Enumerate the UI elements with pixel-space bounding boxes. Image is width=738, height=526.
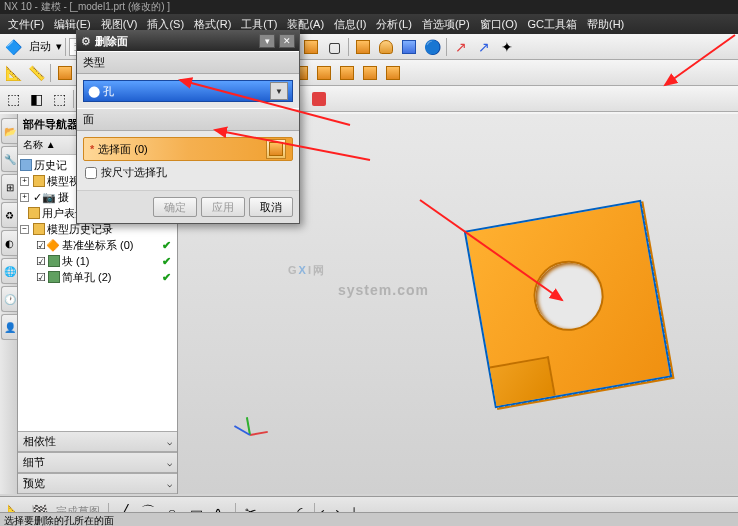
tb-icon[interactable]: ✦ (496, 36, 518, 58)
tb-icon[interactable] (352, 36, 374, 58)
menu-prefs[interactable]: 首选项(P) (418, 15, 474, 34)
dialog-collapse[interactable]: ▾ (259, 34, 275, 48)
tb-icon[interactable] (398, 36, 420, 58)
delete-face-dialog: ⚙ 删除面 ▾ ✕ 类型 ⬤ 孔 面 * 选择面 (0) 按尺寸选择孔 确定 应… (76, 30, 300, 224)
model-ledge[interactable] (490, 356, 556, 406)
select-face-button[interactable] (266, 139, 286, 159)
menu-file[interactable]: 文件(F) (4, 15, 48, 34)
select-face-row[interactable]: * 选择面 (0) (83, 137, 293, 161)
menu-info[interactable]: 信息(I) (330, 15, 370, 34)
tb-icon[interactable] (313, 62, 335, 84)
vtab-asm[interactable]: 🔧 (1, 146, 17, 172)
tb-icon[interactable]: ↗ (450, 36, 472, 58)
section-preview[interactable]: 预览 (18, 473, 177, 494)
select-face-label: 选择面 (0) (98, 142, 148, 157)
tb-icon[interactable]: 📐 (2, 62, 24, 84)
section-detail[interactable]: 细节 (18, 452, 177, 473)
vtab-nav[interactable]: 📂 (1, 118, 17, 144)
required-asterisk: * (90, 143, 94, 155)
dialog-icon: ⚙ (81, 35, 91, 48)
dialog-close[interactable]: ✕ (279, 34, 295, 48)
view-triad (238, 414, 278, 454)
menu-help[interactable]: 帮助(H) (583, 15, 628, 34)
tb-icon[interactable]: ◧ (25, 88, 47, 110)
status-hint: 选择要删除的孔所在的面 (0, 512, 738, 526)
tb-icon[interactable]: 🔵 (421, 36, 443, 58)
window-title: NX 10 - 建模 - [_model1.prt (修改的) ] (0, 0, 738, 14)
vtab-hd3d[interactable]: ◐ (1, 230, 17, 256)
dialog-title: 删除面 (95, 34, 255, 49)
tb-icon[interactable] (375, 36, 397, 58)
tb-icon[interactable] (382, 62, 404, 84)
section-dependency[interactable]: 相依性 (18, 431, 177, 452)
model-hole[interactable] (528, 255, 609, 336)
tb-icon[interactable] (336, 62, 358, 84)
tb-icon[interactable] (359, 62, 381, 84)
menu-analysis[interactable]: 分析(L) (372, 15, 415, 34)
tb-icon[interactable]: ↗ (473, 36, 495, 58)
cancel-button[interactable]: 取消 (249, 197, 293, 217)
hole-type-icon: ⬤ (88, 85, 100, 98)
tb-icon[interactable]: 📏 (25, 62, 47, 84)
vtab-role[interactable]: 👤 (1, 314, 17, 340)
vtab-cons[interactable]: ⊞ (1, 174, 17, 200)
model-block[interactable] (464, 200, 673, 409)
start-button[interactable]: 🔷 (2, 36, 24, 58)
ok-button[interactable]: 确定 (153, 197, 197, 217)
vtab-hist[interactable]: 🕐 (1, 286, 17, 312)
watermark: GXI网 (288, 234, 326, 284)
type-combobox[interactable]: ⬤ 孔 (83, 80, 293, 102)
section-type-header[interactable]: 类型 (77, 51, 299, 74)
size-filter-checkbox[interactable]: 按尺寸选择孔 (83, 161, 293, 184)
resource-bar: 📂 🔧 ⊞ ♻ ◐ 🌐 🕐 👤 (0, 114, 18, 494)
tb-icon[interactable]: ▢ (323, 36, 345, 58)
tree-block[interactable]: ☑块 (1)✔ (20, 253, 175, 269)
section-face-header[interactable]: 面 (77, 108, 299, 131)
tree-csys[interactable]: ☑🔶基准坐标系 (0)✔ (20, 237, 175, 253)
watermark-sub: system.com (338, 282, 429, 298)
tb-icon[interactable] (308, 88, 330, 110)
tb-icon[interactable]: ⬚ (2, 88, 24, 110)
tree-hole[interactable]: ☑简单孔 (2)✔ (20, 269, 175, 285)
tb-icon[interactable]: ⬚ (48, 88, 70, 110)
tb-icon[interactable] (54, 62, 76, 84)
tb-icon[interactable] (300, 36, 322, 58)
size-filter-input[interactable] (85, 167, 97, 179)
menu-gctool[interactable]: GC工具箱 (523, 15, 581, 34)
vtab-web[interactable]: 🌐 (1, 258, 17, 284)
start-label[interactable]: 启动 (25, 39, 55, 54)
apply-button[interactable]: 应用 (201, 197, 245, 217)
menu-window[interactable]: 窗口(O) (476, 15, 522, 34)
vtab-reuse[interactable]: ♻ (1, 202, 17, 228)
